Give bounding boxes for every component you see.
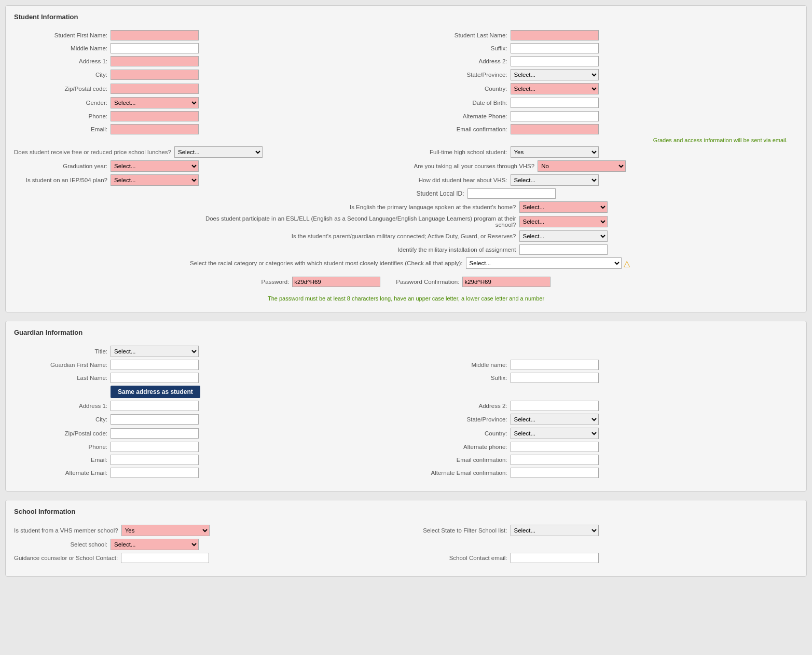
guardian-title-placeholder [414, 346, 799, 360]
school-information-section: School Information Is student from a VHS… [5, 500, 807, 577]
racial-row: Select the racial category or categories… [14, 257, 798, 269]
guardian-alt-email-input[interactable] [111, 468, 199, 478]
guardian-alt-phone-input[interactable] [511, 442, 599, 452]
racial-plus-icon[interactable]: △ [624, 258, 630, 268]
military-select[interactable]: Select... [519, 230, 608, 242]
country-row: Country: Select... [414, 83, 799, 94]
guardian-title-label: Title: [14, 348, 107, 356]
email-note: Grades and access information will be se… [14, 137, 798, 143]
guardian-email-confirm-input[interactable] [511, 455, 599, 465]
fulltime-select[interactable]: Yes No [511, 146, 599, 158]
city-input[interactable] [111, 70, 199, 80]
local-id-input[interactable] [467, 188, 556, 199]
guardian-title-row: Title: Select... Mr. Mrs. Ms. Dr. [14, 346, 398, 357]
select-school-row: Select school: Select... [14, 539, 398, 550]
esl-select[interactable]: Select... [519, 216, 608, 227]
guardian-suffix-label: Suffix: [414, 374, 507, 382]
guardian-country-row: Country: Select... [414, 428, 799, 439]
school-section-title: School Information [14, 508, 798, 517]
middle-name-label: Middle Name: [14, 45, 107, 52]
hear-select[interactable]: Select... [511, 174, 599, 186]
address1-row: Address 1: [14, 56, 398, 66]
password-confirm-input[interactable] [462, 277, 550, 287]
fulltime-row: Full-time high school student: Yes No [414, 146, 799, 158]
english-primary-select[interactable]: Select... [519, 201, 608, 213]
phone-label: Phone: [14, 113, 107, 120]
counselor-input[interactable] [121, 553, 209, 563]
address1-input[interactable] [111, 56, 199, 66]
graduation-row: Graduation year: Select... [14, 160, 398, 172]
address1-label: Address 1: [14, 58, 107, 65]
guardian-city-input[interactable] [111, 414, 199, 425]
email-confirm-input[interactable] [511, 124, 599, 134]
same-address-button[interactable]: Same address as student [111, 386, 200, 398]
guardian-phone-input[interactable] [111, 442, 199, 452]
vhs-member-label: Is student from a VHS member school? [14, 527, 118, 535]
state-select[interactable]: Select... [511, 69, 599, 80]
local-id-row: Student Local ID: [14, 188, 798, 199]
guardian-email-label: Email: [14, 456, 107, 464]
military-installation-input[interactable] [519, 244, 608, 255]
suffix-row: Suffix: [414, 43, 799, 53]
guardian-country-select[interactable]: Select... [511, 428, 599, 439]
guardian-state-label: State/Province: [414, 416, 507, 424]
guardian-middle-name-label: Middle name: [414, 361, 507, 369]
guardian-first-name-label: Guardian First Name: [14, 361, 107, 369]
guardian-first-name-row: Guardian First Name: [14, 360, 398, 370]
dob-input[interactable] [511, 98, 599, 108]
guardian-middle-name-input[interactable] [511, 360, 599, 370]
first-name-row: Student First Name: [14, 30, 398, 40]
racial-select-container: Select... △ [466, 257, 630, 269]
suffix-input[interactable] [511, 43, 599, 53]
racial-label: Select the racial category or categories… [183, 259, 463, 267]
email-row: Email: [14, 124, 398, 134]
middle-name-input[interactable] [111, 43, 199, 53]
alt-phone-input[interactable] [511, 111, 599, 121]
courses-vhs-select[interactable]: Yes No [538, 160, 626, 172]
first-name-input[interactable] [111, 30, 199, 40]
gender-select[interactable]: Select... Male Female Other [111, 97, 199, 108]
guardian-address2-input[interactable] [511, 401, 599, 411]
vhs-member-select[interactable]: Yes No [121, 525, 210, 536]
email-input[interactable] [111, 124, 199, 134]
guardian-suffix-input[interactable] [511, 373, 599, 383]
select-school-select[interactable]: Select... [111, 539, 199, 550]
guardian-alt-phone-label: Alternate phone: [414, 443, 507, 451]
iep-row: Is student on an IEP/504 plan? Select... [14, 174, 398, 186]
phone-input[interactable] [111, 111, 199, 121]
graduation-select[interactable]: Select... [111, 160, 199, 172]
zip-input[interactable] [111, 84, 199, 94]
free-lunch-select[interactable]: Select... Yes No [174, 146, 263, 158]
address2-input[interactable] [511, 56, 599, 66]
address2-label: Address 2: [414, 58, 507, 65]
school-right-placeholder [414, 539, 799, 553]
password-input[interactable] [292, 277, 380, 287]
guardian-state-select[interactable]: Select... [511, 414, 599, 425]
counselor-label: Guidance counselor or School Contact: [14, 554, 118, 562]
guardian-middle-name-row: Middle name: [414, 360, 799, 370]
guardian-email-row: Email: [14, 455, 398, 465]
esl-row: Does student participate in an ESL/ELL (… [14, 215, 798, 228]
racial-select[interactable]: Select... [466, 257, 622, 269]
guardian-address1-label: Address 1: [14, 402, 107, 410]
filter-state-select[interactable]: Select... [511, 525, 599, 536]
iep-select[interactable]: Select... [111, 174, 199, 186]
guardian-title-select[interactable]: Select... Mr. Mrs. Ms. Dr. [111, 346, 199, 357]
guardian-zip-input[interactable] [111, 428, 199, 439]
gender-row: Gender: Select... Male Female Other [14, 97, 398, 108]
city-label: City: [14, 71, 107, 79]
guardian-email-input[interactable] [111, 455, 199, 465]
school-email-input[interactable] [511, 553, 599, 563]
school-email-label: School Contact email: [414, 554, 507, 562]
guardian-address1-input[interactable] [111, 401, 199, 411]
student-section-title: Student Information [14, 13, 798, 23]
last-name-input[interactable] [511, 30, 599, 40]
guardian-first-name-input[interactable] [111, 360, 199, 370]
student-information-section: Student Information Student First Name: … [5, 5, 807, 312]
guardian-last-name-input[interactable] [111, 373, 199, 383]
filter-state-label: Select State to Filter School list: [414, 527, 507, 535]
guardian-email-confirm-row: Email confirmation: [414, 455, 799, 465]
guardian-alt-email-confirm-input[interactable] [511, 468, 599, 478]
country-select[interactable]: Select... [511, 83, 599, 94]
guardian-address2-row: Address 2: [414, 401, 799, 411]
